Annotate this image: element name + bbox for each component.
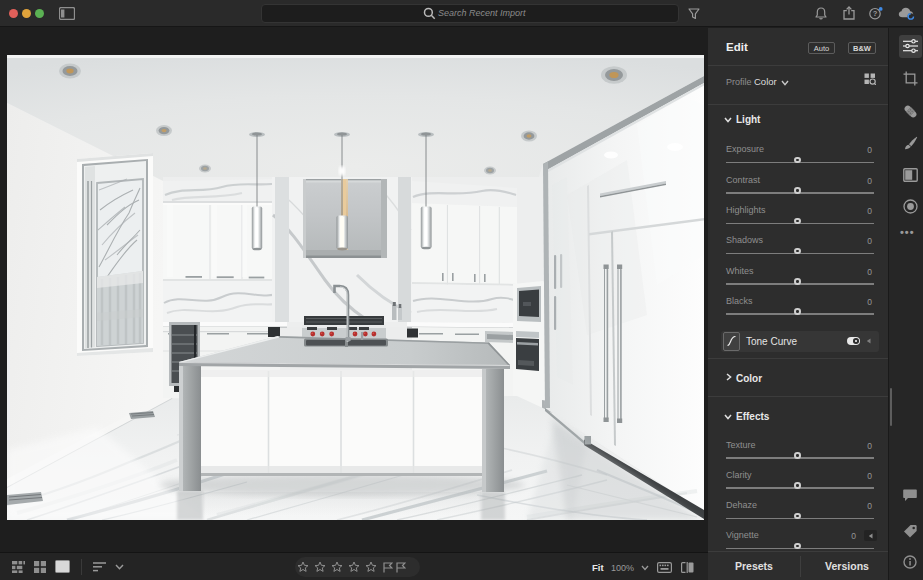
svg-text:?: ?: [873, 9, 878, 18]
